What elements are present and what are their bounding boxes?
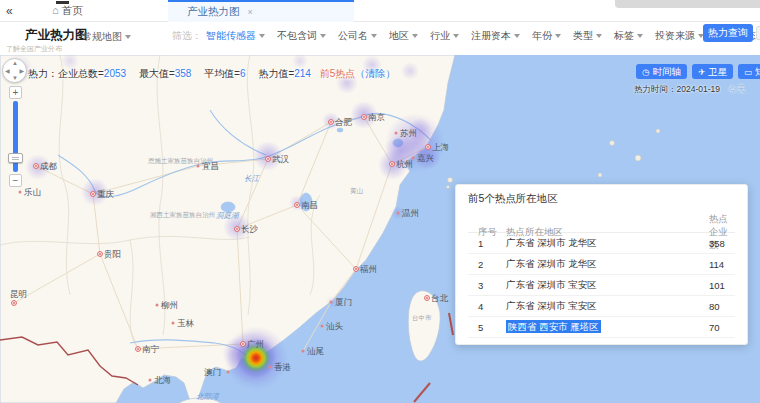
city-marker-dot [397, 212, 400, 215]
city-marker-dot [269, 366, 272, 369]
stat-heat: 214 [294, 68, 311, 79]
city-label: 广州 [247, 339, 264, 349]
collapse-sidebar-icon[interactable]: « [6, 4, 13, 18]
city-label: 温州 [401, 208, 419, 218]
city-label: 上海 [432, 142, 450, 152]
tab-industry-heatmap[interactable]: 产业热力图 × [168, 0, 354, 22]
clock-icon: ◷ [642, 67, 649, 77]
row-count: 70 [696, 322, 735, 333]
pan-down-icon[interactable]: ▼ [12, 75, 18, 81]
city-label: 台北 [431, 293, 449, 303]
region-label: 黄山 [350, 187, 364, 195]
map-pan-control[interactable]: ▲ ▼ ◀ ▶ [2, 58, 27, 83]
city-marker-dot [330, 301, 333, 304]
hotspot-row-1[interactable]: 1广东省 深圳市 龙华区358 [468, 233, 735, 254]
city-label: 厦门 [335, 297, 352, 307]
region-label: 湘西土家族苗族自治州 [150, 211, 215, 219]
filter-item-7[interactable]: 标签 [614, 29, 643, 43]
filter-item-5[interactable]: 年份 [532, 29, 561, 43]
city-marker-dot [355, 268, 357, 270]
city-marker-dot [242, 343, 244, 345]
filter-toolbar: 产业热力图 常规地图 筛选： 智能传感器 不包含词公司名地区行业注册资本年份类型… [0, 22, 760, 45]
heat-time-label: 热力时间：2024-01-19 今天 [634, 84, 745, 96]
row-index: 4 [468, 301, 506, 312]
city-marker-dot [156, 304, 159, 307]
today-link[interactable]: 今天 [728, 84, 745, 94]
heat-query-button[interactable]: 热力查询 [703, 24, 753, 42]
filter-item-2[interactable]: 地区 [389, 29, 418, 43]
chevron-down-icon [320, 34, 326, 38]
pan-left-icon[interactable]: ◀ [5, 67, 10, 74]
chevron-down-icon [259, 34, 265, 38]
row-count: 358 [696, 238, 735, 249]
satellite-map-button[interactable]: ✈卫星 [692, 64, 733, 79]
city-label: 武汉 [272, 154, 290, 164]
map-canvas[interactable]: 恩施土家族苗族自治州湘西土家族苗族自治州黄山台中市 长江洞庭湖北部湾 成都乐山重… [0, 55, 760, 403]
city-label: 昆明 [10, 289, 27, 299]
chevron-down-icon [514, 34, 520, 38]
city-marker-dot [137, 348, 139, 350]
filter-item-8[interactable]: 投资来源 [655, 29, 704, 43]
city-marker-dot [99, 253, 101, 255]
zoom-out-button[interactable]: − [9, 174, 22, 187]
city-label: 乐山 [23, 187, 41, 197]
hotspot-row-4[interactable]: 4广东省 深圳市 宝安区80 [468, 296, 735, 317]
row-area: 陕西省 西安市 雁塔区 [506, 321, 696, 334]
city-marker-dot [427, 146, 429, 148]
city-label: 玉林 [177, 318, 195, 328]
city-marker-dot [172, 322, 175, 325]
home-icon: ⌂ [52, 4, 59, 16]
tab-close-icon[interactable]: × [248, 7, 253, 17]
city-label: 北海 [154, 375, 172, 385]
breadcrumb-home[interactable]: ⌂首页 [52, 4, 83, 18]
city-marker-dot [149, 379, 152, 382]
chevron-down-icon [453, 34, 459, 38]
filter-item-3[interactable]: 行业 [430, 29, 459, 43]
chevron-down-icon [125, 35, 131, 39]
pan-right-icon[interactable]: ▶ [19, 67, 24, 74]
city-marker-dot [236, 228, 238, 230]
water-label: 北部湾 [196, 392, 220, 401]
top5-hotspots-link[interactable]: 前5热点 [320, 68, 356, 79]
app-window: « ⌂首页 产业热力图 × 产业热力图 常规地图 筛选： 智能传感器 不包含词公… [0, 0, 760, 403]
filter-keyword[interactable]: 智能传感器 [206, 29, 265, 43]
tab-label: 产业热力图 [187, 5, 240, 19]
filter-item-1[interactable]: 公司名 [338, 29, 377, 43]
zoom-slider-handle[interactable] [8, 153, 23, 163]
filter-item-6[interactable]: 类型 [573, 29, 602, 43]
map-type-dropdown[interactable]: 常规地图 [82, 30, 131, 44]
city-label: 合肥 [334, 117, 353, 127]
water-label: 洞庭湖 [216, 211, 240, 220]
stat-total: 2053 [104, 68, 126, 79]
stat-max: 358 [175, 68, 192, 79]
city-marker-dot [330, 121, 332, 123]
city-marker-dot [321, 325, 324, 328]
row-index: 5 [468, 322, 506, 333]
city-marker-dot [92, 193, 94, 195]
row-index: 1 [468, 238, 506, 249]
hotspot-row-2[interactable]: 2广东省 深圳市 龙华区114 [468, 254, 735, 275]
filter-item-0[interactable]: 不包含词 [277, 29, 326, 43]
hotspot-row-5[interactable]: 5陕西省 西安市 雁塔区70 [468, 317, 735, 338]
clear-link[interactable]: （清除） [355, 68, 395, 79]
row-count: 101 [696, 280, 735, 291]
filter-item-4[interactable]: 注册资本 [471, 29, 520, 43]
heat-stats-bar: 热力：企业总数=2053 最大值=358 平均值=6 热力值=214 前5热点（… [28, 67, 395, 81]
rectangle-map-button[interactable]: ▭矩形 [738, 64, 760, 79]
clock-map-button[interactable]: ◷时间轴 [636, 64, 687, 79]
filter-list: 筛选： 智能传感器 不包含词公司名地区行业注册资本年份类型标签投资来源经营状态热… [172, 29, 760, 43]
hotspot-row-3[interactable]: 3广东省 深圳市 宝安区101 [468, 275, 735, 296]
row-area: 广东省 深圳市 龙华区 [506, 258, 696, 271]
rectangle-icon: ▭ [744, 67, 752, 77]
zoom-in-button[interactable]: + [9, 86, 22, 99]
city-label: 福州 [359, 264, 377, 274]
map-tool-buttons: ◷时间轴✈卫星▭矩形○圆形 [636, 64, 760, 79]
city-label: 杭州 [396, 159, 413, 169]
heat-blob [401, 62, 419, 80]
partial-button-clipped[interactable] [756, 26, 760, 40]
city-label: 南昌 [301, 200, 318, 210]
city-marker-dot [395, 132, 398, 135]
chevron-down-icon [412, 34, 418, 38]
pan-up-icon[interactable]: ▲ [12, 60, 18, 66]
top5-hotspot-panel: 前5个热点所在地区 序号 热点所在地区 热点企业数 1广东省 深圳市 龙华区35… [455, 184, 748, 345]
